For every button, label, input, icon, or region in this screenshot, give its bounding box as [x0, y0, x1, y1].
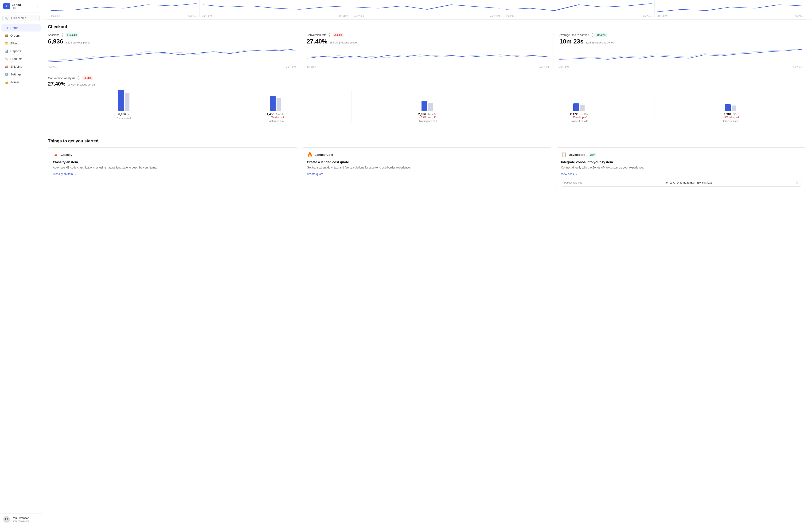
top-chart-5: Jan 2024 Jan 2024 [655, 0, 806, 17]
feature-card-landed-cost: 🔥 Landed Cost Create a landed cost quote… [302, 147, 552, 191]
search-icon: 🔍 [5, 17, 8, 20]
card-service-name: Classify [61, 153, 72, 156]
conversion-info-icon[interactable]: i [328, 33, 331, 37]
card-desc: Automate HS code classifications by usin… [53, 165, 293, 170]
key-label: Publishable key [564, 181, 582, 184]
bar-prev [732, 106, 736, 111]
logo-text: Zonos 909 [12, 3, 21, 10]
main-content-inner: Checkout Sessions i +12.24% 6,936 6,124 … [42, 20, 812, 200]
copy-icon[interactable]: ⧉ [796, 181, 798, 184]
funnel-item: 1,901 56s ↓ 30% drop off Order placed [655, 90, 806, 122]
reports-icon: 📊 [5, 49, 9, 53]
user-info: Ron Swanson ron@zonos.com [12, 516, 29, 522]
funnel-label: Customer info [267, 120, 284, 122]
sidebar-item-admin[interactable]: 🔒 Admin [1, 78, 41, 86]
products-icon: 🏷️ [5, 57, 9, 61]
funnel-label: Cart created [117, 117, 131, 120]
card-icon-row: 🔺 Classify [53, 152, 293, 158]
funnel-item: 6,936 – Cart created [48, 90, 200, 122]
avg-time-chart-labels: Jan 2024 Jan 2024 [560, 66, 802, 69]
search-placeholder: Quick search [10, 16, 26, 20]
bar-prev [580, 105, 585, 111]
card-emoji: 📋 [561, 152, 567, 158]
chart-date-range: Jan 2024 Jan 2024 [354, 15, 500, 17]
analysis-value: 27.40% [48, 81, 65, 87]
funnel-row: 6,936 – Cart created 4,456 2m 12s ↓ 13% … [48, 90, 806, 122]
top-chart-3: Jan 2024 Jan 2024 [351, 0, 503, 17]
sidebar-item-settings[interactable]: ⚙️ Settings [1, 71, 41, 78]
sessions-info-icon[interactable]: i [61, 33, 64, 37]
publishable-key-row: Publishable key pk_live_243u48239h82hf23… [561, 179, 801, 186]
shipping-icon: 🚚 [5, 65, 9, 69]
sidebar-item-label: Orders [10, 34, 20, 38]
sidebar-item-billing[interactable]: 💳 Billing [1, 40, 41, 47]
funnel-count-row: 2,896 1m 45s [418, 112, 436, 116]
orders-icon: 📦 [5, 34, 9, 38]
funnel-count: 6,936 [119, 112, 126, 116]
analysis-badge: -1.20% [82, 76, 93, 80]
card-desc: Get transparent duty, tax, and fee calcu… [307, 165, 547, 170]
conversion-analysis: Conversion analysis i -1.20% 27.40% 28.6… [48, 76, 806, 127]
conversion-value-row: 27.40% 28.60% previous period [307, 38, 549, 45]
funnel-count-row: 4,456 2m 12s [267, 112, 285, 116]
avg-time-stat: Average time to convert i +2.43% 10m 23s… [554, 33, 806, 69]
card-service-name: Developers [569, 153, 585, 156]
feature-cards: 🔺 Classify Classify an item Automate HS … [48, 147, 806, 191]
card-desc: Connect directly with the Zonos API to c… [561, 165, 801, 170]
funnel-label: Shipping method [417, 120, 437, 122]
sidebar-item-products[interactable]: 🏷️ Products [1, 55, 41, 62]
funnel-count: 2,172 [570, 112, 578, 116]
sidebar-item-home[interactable]: ⊞ Home [1, 24, 41, 31]
avg-time-info-icon[interactable]: i [591, 33, 594, 37]
funnel-label: Order placed [723, 120, 738, 122]
funnel-time: – [128, 113, 129, 116]
live-badge: Live [588, 153, 596, 156]
bar-prev [277, 98, 281, 111]
bar-current [270, 96, 276, 111]
sessions-header: Sessions i +12.24% [48, 33, 296, 37]
funnel-label: Payment details [570, 120, 588, 122]
card-icon-row: 📋 Developers Live [561, 152, 801, 158]
chevron-down-icon[interactable]: ⌄ [37, 5, 39, 8]
card-link[interactable]: View docs → [561, 172, 801, 176]
user-email: ron@zonos.com [12, 520, 29, 522]
sidebar-item-label: Home [10, 26, 18, 30]
conversion-label: Conversion rate [307, 33, 326, 37]
funnel-count-row: 1,901 56s [724, 112, 737, 116]
bar-current [573, 103, 579, 111]
main-content: Jan 2024 Jan 2024 Jan 2024 Jan 2024 [42, 0, 812, 525]
conversion-header: Conversion rate i -1.20% [307, 33, 549, 37]
funnel-drop: ↓ 13% drop off [267, 116, 284, 119]
settings-icon: ⚙️ [5, 72, 9, 76]
top-charts-row: Jan 2024 Jan 2024 Jan 2024 Jan 2024 [48, 0, 806, 19]
avg-time-value: 10m 23s [560, 38, 584, 45]
app-name: Zonos [12, 3, 21, 6]
checkout-stats: Sessions i +12.24% 6,936 6,124 previous … [48, 33, 806, 72]
analysis-header: Conversion analysis i -1.20% [48, 76, 806, 80]
analysis-info-icon[interactable]: i [77, 76, 80, 80]
home-icon: ⊞ [5, 26, 9, 30]
top-chart-4: Jan 2024 Jan 2024 [503, 0, 655, 17]
funnel-bar [422, 90, 433, 111]
sidebar-item-shipping[interactable]: 🚚 Shipping [1, 63, 41, 70]
sessions-label: Sessions [48, 33, 59, 37]
card-emoji: 🔥 [307, 152, 313, 158]
funnel-time: 1m 23s [579, 113, 588, 116]
bar-prev [428, 103, 433, 111]
sessions-value: 6,936 [48, 38, 63, 45]
sidebar-header: Z Zonos 909 ⌄ [0, 0, 42, 13]
card-link[interactable]: Create quote → [307, 172, 547, 176]
bar-current [725, 104, 731, 111]
card-link[interactable]: Classify an item → [53, 172, 293, 176]
things-title: Things to get you started [48, 133, 806, 147]
sidebar-item-reports[interactable]: 📊 Reports [1, 47, 41, 55]
funnel-count-row: 2,172 1m 23s [570, 112, 588, 116]
quick-search[interactable]: 🔍 Quick search [2, 15, 40, 21]
sidebar-item-orders[interactable]: 📦 Orders [1, 32, 41, 39]
sidebar-logo: Z Zonos 909 [3, 3, 21, 10]
avatar: RS [3, 516, 10, 523]
top-chart-1: Jan 2024 Jan 2024 [48, 0, 200, 17]
user-name: Ron Swanson [12, 516, 29, 520]
checkout-title: Checkout [48, 20, 806, 33]
funnel-item: 2,896 1m 45s ↓ 19% drop off Shipping met… [351, 90, 503, 122]
